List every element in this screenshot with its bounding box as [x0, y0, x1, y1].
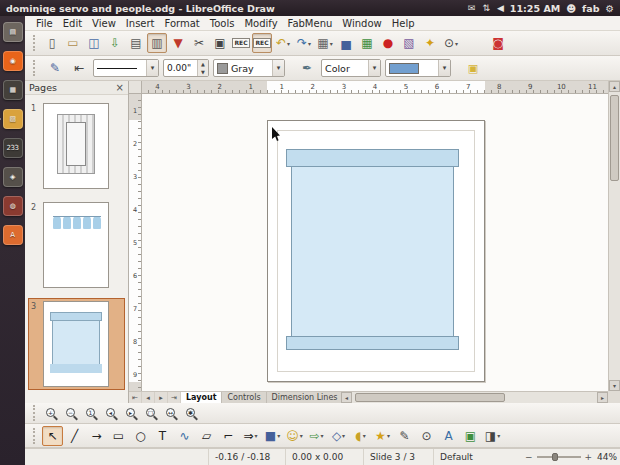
zoom-in-button[interactable]: +	[42, 404, 61, 422]
launcher-item-firefox[interactable]: ◉	[3, 51, 23, 71]
new-document-button[interactable]: ▯	[42, 33, 62, 53]
horizontal-scrollbar[interactable]: ◂ ▸	[341, 391, 608, 403]
first-layer-button[interactable]: ⇤	[129, 392, 142, 403]
track-changes-button[interactable]: ●	[378, 33, 398, 53]
menu-format[interactable]: Format	[160, 18, 205, 29]
network-indicator-icon[interactable]: ⇅	[482, 3, 490, 13]
chart-button[interactable]: ▅	[336, 33, 356, 53]
launcher-item-app7[interactable]: ◍	[3, 196, 23, 216]
help-button[interactable]: ◙	[488, 33, 508, 53]
polygon-tool[interactable]: ▱	[196, 426, 217, 446]
next-layer-button[interactable]: ▸	[155, 392, 168, 403]
fill-tool-button[interactable]: ✒	[297, 58, 317, 78]
curve-tool[interactable]: ∿	[174, 426, 195, 446]
zoom-previous-button[interactable]: ◂	[102, 404, 121, 422]
menu-insert[interactable]: Insert	[121, 18, 160, 29]
toolbar-grip[interactable]	[33, 405, 37, 421]
shape-rectangle-top-band[interactable]	[286, 149, 459, 167]
edit-points-button[interactable]: ✎	[394, 426, 415, 446]
horizontal-scroll-thumb[interactable]	[355, 393, 505, 402]
symbol-shapes-menu[interactable]: ☺	[284, 426, 305, 446]
record-macro-button[interactable]: REC	[231, 33, 251, 53]
user-menu[interactable]: fab	[582, 3, 599, 14]
stop-record-button[interactable]: REC	[252, 33, 272, 53]
extrusion-button[interactable]: ◨	[482, 426, 503, 446]
shape-rectangle-body[interactable]	[291, 154, 454, 344]
toolbar-grip[interactable]	[33, 60, 37, 76]
zoom-menu-button[interactable]: ⊙	[441, 33, 461, 53]
zoom-slider[interactable]: − +	[519, 449, 598, 465]
menu-file[interactable]: File	[31, 18, 58, 29]
block-arrows-menu[interactable]: ⇨	[306, 426, 327, 446]
shadow-button[interactable]: ▣	[463, 58, 483, 78]
basic-shapes-menu[interactable]: ■	[262, 426, 283, 446]
chevron-down-icon[interactable]: ▾	[146, 60, 158, 76]
copy-button[interactable]: ▣	[210, 33, 230, 53]
volume-indicator-icon[interactable]: ◀	[497, 3, 504, 13]
export-button[interactable]: ⇩	[105, 33, 125, 53]
vertical-scrollbar[interactable]: ▴ ▾	[608, 81, 620, 391]
mail-indicator-icon[interactable]: ✉	[468, 3, 476, 13]
toolbar-grip[interactable]	[33, 35, 37, 51]
zoom-percent-field[interactable]: 44%	[591, 449, 620, 465]
tab-controls[interactable]: Controls	[222, 392, 266, 403]
line-arrow-tool[interactable]: →	[86, 426, 107, 446]
print-button[interactable]: ▤	[126, 33, 146, 53]
page-style-field[interactable]: Default	[433, 449, 479, 465]
previous-layer-button[interactable]: ◂	[142, 392, 155, 403]
fontwork-button[interactable]: A	[438, 426, 459, 446]
line-width-spinner[interactable]: 0.00" ▲ ▼	[163, 59, 209, 77]
styles-button[interactable]: ✎	[45, 58, 65, 78]
chevron-down-icon[interactable]: ▾	[272, 60, 284, 76]
lines-arrows-menu[interactable]: ⇒	[240, 426, 261, 446]
zoom-slider-thumb[interactable]	[552, 453, 558, 461]
menu-view[interactable]: View	[87, 18, 121, 29]
spin-down-icon[interactable]: ▼	[198, 68, 208, 76]
connector-tool[interactable]: ⌐	[218, 426, 239, 446]
horizontal-ruler[interactable]: 43211234567891011	[142, 81, 608, 94]
paste-button[interactable]: ▦	[315, 33, 335, 53]
save-button[interactable]: ◫	[84, 33, 104, 53]
insert-image-button[interactable]: ▣	[460, 426, 481, 446]
page-thumbnail-image[interactable]	[43, 202, 109, 288]
drawing-canvas[interactable]	[142, 94, 608, 391]
zoom-out-icon[interactable]: −	[525, 452, 533, 462]
shape-rectangle-bottom-band[interactable]	[286, 336, 459, 350]
fill-color-select[interactable]: ▾	[385, 59, 451, 77]
callouts-menu[interactable]: ◖	[350, 426, 371, 446]
page-thumbnail-image[interactable]	[43, 103, 109, 189]
menu-modify[interactable]: Modify	[239, 18, 282, 29]
navigator-button[interactable]: ✦	[420, 33, 440, 53]
page-thumbnail[interactable]: 1	[28, 100, 125, 192]
menu-tools[interactable]: Tools	[205, 18, 240, 29]
select-tool[interactable]: ↖	[42, 426, 63, 446]
page-thumbnail[interactable]: 2	[28, 199, 125, 291]
page-thumbnail-image[interactable]	[43, 301, 109, 387]
table-button[interactable]: ▦	[357, 33, 377, 53]
chevron-down-icon[interactable]: ▾	[368, 60, 380, 76]
zoom-page-button[interactable]: □	[142, 404, 161, 422]
launcher-item-libreoffice-draw[interactable]: ▨	[3, 109, 23, 129]
tab-layout[interactable]: Layout	[181, 392, 222, 403]
line-style-select[interactable]: ▾	[93, 59, 159, 77]
zoom-page-width-button[interactable]: ↔	[162, 404, 181, 422]
undo-button[interactable]: ↶	[273, 33, 293, 53]
last-layer-button[interactable]: ⇥	[168, 392, 181, 403]
zoom-slider-track[interactable]	[537, 456, 581, 458]
launcher-item-files[interactable]: ▤	[3, 22, 23, 42]
cut-button[interactable]: ✂	[189, 33, 209, 53]
chevron-down-icon[interactable]: ▾	[438, 60, 450, 76]
launcher-item-app6[interactable]: ◈	[3, 167, 23, 187]
launcher-item-software[interactable]: A	[3, 225, 23, 245]
toolbar-grip[interactable]	[33, 428, 37, 444]
menu-window[interactable]: Window	[337, 18, 386, 29]
line-color-select[interactable]: Gray ▾	[213, 59, 285, 77]
text-tool[interactable]: T	[152, 426, 173, 446]
glue-points-button[interactable]: ⊙	[416, 426, 437, 446]
launcher-item-233[interactable]: 233	[3, 138, 23, 158]
export-pdf-button[interactable]: ▼	[168, 33, 188, 53]
zoom-100-button[interactable]: 1	[82, 404, 101, 422]
session-gear-icon[interactable]: ⚙	[605, 3, 614, 14]
zoom-next-button[interactable]: ▸	[122, 404, 141, 422]
line-tool[interactable]: ╱	[64, 426, 85, 446]
